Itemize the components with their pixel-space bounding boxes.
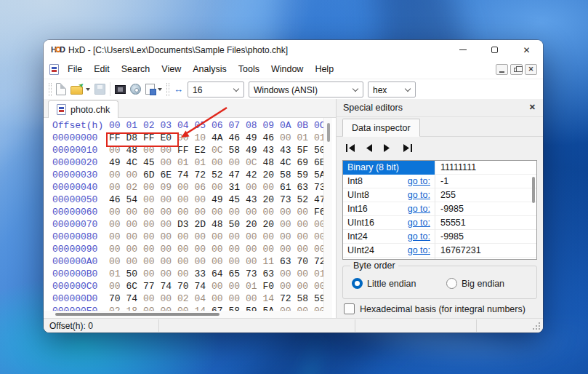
hex-row[interactable]: 0000007000000000D32D48502020000000 — [44, 218, 323, 231]
hex-byte[interactable]: 2D — [195, 218, 212, 231]
menu-item-edit[interactable]: Edit — [88, 60, 116, 78]
hex-byte[interactable]: 74 — [126, 293, 144, 305]
hex-byte[interactable]: 00 — [195, 194, 212, 206]
hex-byte[interactable]: 00 — [314, 305, 323, 311]
inspector-row-binary-8-bit-[interactable]: Binary (8 bit)11111111 — [343, 161, 536, 175]
hex-byte[interactable]: 49 — [109, 156, 126, 169]
hex-byte[interactable]: 47 — [229, 169, 246, 181]
hex-byte[interactable]: 00 — [297, 218, 315, 231]
hex-row[interactable]: 000000C0006C77747074000001F0000000 — [44, 280, 323, 293]
hex-byte[interactable]: 6E — [161, 169, 178, 181]
hex-byte[interactable]: 00 — [229, 206, 246, 218]
hex-byte[interactable]: 00 — [109, 243, 126, 255]
hex-byte[interactable]: 00 — [263, 243, 281, 255]
inspector-row-uint8[interactable]: UInt8go to:255 — [343, 188, 536, 202]
hex-grid[interactable]: Offset(h)000102030405060708090A0B0C00000… — [44, 118, 323, 311]
hex-byte[interactable]: 00 — [126, 169, 144, 181]
hex-byte[interactable]: 74 — [161, 280, 178, 293]
hex-byte[interactable]: 00 — [212, 243, 229, 255]
hex-byte[interactable]: 00 — [212, 181, 229, 194]
hex-byte[interactable]: 00 — [263, 181, 281, 194]
hex-byte[interactable]: 73 — [314, 181, 323, 194]
hex-row[interactable]: 0000001000480000FFE20C584943435F50 — [44, 144, 323, 156]
hex-byte[interactable]: 00 — [280, 243, 297, 255]
data-inspector-table[interactable]: Binary (8 bit)11111111Int8go to:-1UInt8g… — [342, 160, 537, 260]
hex-byte[interactable]: 01 — [195, 156, 212, 169]
hex-byte[interactable]: FF — [177, 144, 195, 156]
menu-item-analysis[interactable]: Analysis — [187, 60, 233, 78]
hex-byte[interactable]: 00 — [246, 231, 263, 243]
mdi-restore-button[interactable] — [510, 64, 523, 75]
little-endian-radio[interactable]: Little endian — [352, 278, 416, 289]
inspector-row-int32[interactable]: Int32go to:-520103681 — [343, 258, 536, 260]
hex-byte[interactable]: 20 — [263, 218, 281, 231]
hex-byte[interactable]: 00 — [177, 243, 195, 255]
hex-byte[interactable]: 4C — [280, 156, 297, 169]
hex-byte[interactable]: 70 — [297, 255, 315, 268]
hex-byte[interactable]: 00 — [297, 280, 315, 293]
hex-byte[interactable]: 58 — [229, 305, 246, 311]
hex-byte[interactable]: 00 — [229, 280, 246, 293]
hex-byte[interactable]: 00 — [212, 255, 229, 268]
hex-byte[interactable]: 00 — [314, 243, 323, 255]
bytes-per-row-select[interactable]: 16 — [188, 81, 244, 98]
hex-byte[interactable]: 02 — [109, 305, 126, 311]
hex-byte[interactable]: 72 — [280, 293, 297, 305]
hex-byte[interactable]: 00 — [109, 206, 126, 218]
hex-byte[interactable]: 70 — [109, 293, 126, 305]
hex-byte[interactable]: 00 — [143, 243, 161, 255]
hex-byte[interactable]: 00 — [143, 305, 161, 311]
hex-byte[interactable]: 00 — [212, 231, 229, 243]
hex-byte[interactable]: 69 — [297, 156, 315, 169]
hex-byte[interactable]: 00 — [177, 231, 195, 243]
encoding-select[interactable]: Windows (ANSI) — [249, 81, 363, 98]
hex-row[interactable]: 00000020494C4500010100000C484C696E — [44, 156, 323, 169]
hex-byte[interactable]: 00 — [246, 243, 263, 255]
inspector-row-uint24[interactable]: UInt24go to:16767231 — [343, 244, 536, 258]
hex-byte[interactable]: 00 — [229, 293, 246, 305]
hex-row[interactable]: 000000D070740000020400000014725859 — [44, 293, 323, 305]
open-file-button[interactable] — [71, 86, 83, 95]
hex-byte[interactable]: 00 — [143, 268, 161, 280]
hex-byte[interactable]: 45 — [229, 194, 246, 206]
hex-byte[interactable]: 52 — [297, 194, 315, 206]
hex-byte[interactable]: 00 — [126, 255, 144, 268]
hex-byte[interactable]: 00 — [297, 305, 315, 311]
hex-byte[interactable]: 6C — [126, 280, 144, 293]
hex-byte[interactable]: 18 — [126, 305, 144, 311]
go-to-link[interactable]: go to: — [408, 204, 430, 214]
scrollbar-thumb[interactable] — [327, 123, 330, 142]
hex-byte[interactable]: 00 — [177, 305, 195, 311]
hex-byte[interactable]: 58 — [229, 144, 246, 156]
hex-byte[interactable]: 74 — [195, 280, 212, 293]
hex-byte[interactable]: 45 — [143, 156, 161, 169]
hex-byte[interactable]: 01 — [177, 156, 195, 169]
hex-byte[interactable]: 00 — [280, 206, 297, 218]
hex-byte[interactable]: 01 — [314, 268, 323, 280]
go-to-link[interactable]: go to: — [408, 259, 430, 260]
hex-byte[interactable]: 00 — [161, 156, 178, 169]
hex-byte[interactable]: 00 — [263, 231, 281, 243]
hex-byte[interactable]: 20 — [263, 169, 281, 181]
hex-byte[interactable]: 04 — [195, 293, 212, 305]
export-button[interactable] — [145, 84, 155, 95]
nav-previous-button[interactable] — [364, 143, 376, 153]
hex-byte[interactable]: 72 — [314, 255, 323, 268]
inspector-row-int8[interactable]: Int8go to:-1 — [343, 175, 536, 188]
hex-byte[interactable]: 00 — [195, 231, 212, 243]
hex-byte[interactable]: 00 — [263, 206, 281, 218]
hex-byte[interactable]: 00 — [229, 243, 246, 255]
hex-byte[interactable]: 00 — [246, 255, 263, 268]
mdi-close-button[interactable]: ✕ — [525, 64, 537, 75]
hex-byte[interactable]: 00 — [161, 268, 178, 280]
hex-byte[interactable]: 00 — [297, 268, 315, 280]
maximize-button[interactable] — [478, 40, 511, 60]
hex-byte[interactable]: 59 — [297, 169, 315, 181]
hex-byte[interactable]: 00 — [109, 218, 126, 231]
hex-byte[interactable]: 00 — [109, 255, 126, 268]
nav-next-button[interactable] — [383, 143, 395, 153]
go-to-link[interactable]: go to: — [408, 190, 430, 200]
inspector-value[interactable]: -9985 — [440, 231, 464, 242]
hex-byte[interactable]: 00 — [161, 255, 178, 268]
hex-byte[interactable]: 00 — [126, 218, 144, 231]
